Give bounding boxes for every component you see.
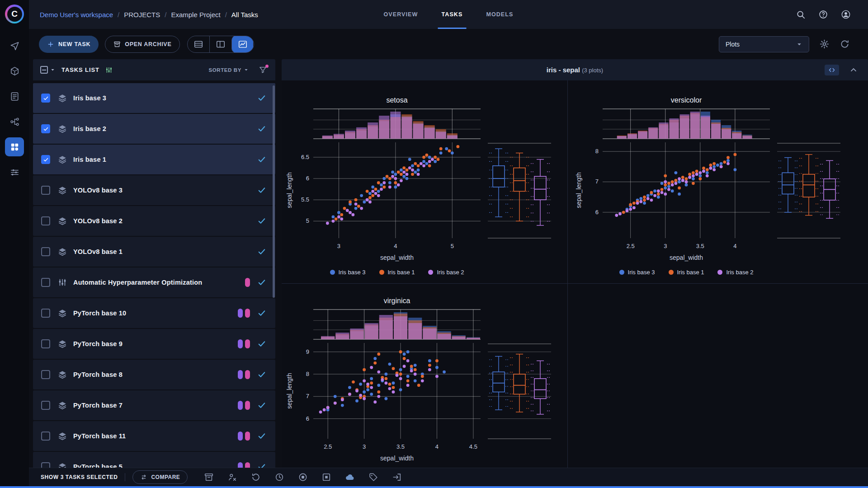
- task-checkbox[interactable]: [41, 462, 50, 468]
- task-checkbox[interactable]: [41, 155, 50, 164]
- reset-icon[interactable]: [251, 472, 261, 482]
- task-row[interactable]: YOLOv8 base 3: [33, 175, 275, 205]
- tasks-scrollbar[interactable]: [273, 85, 275, 298]
- dequeue-icon[interactable]: [227, 472, 237, 482]
- tab-overview[interactable]: OVERVIEW: [384, 0, 418, 29]
- legend-item[interactable]: Iris base 1: [379, 269, 415, 276]
- sidebar-item-projects[interactable]: [5, 36, 24, 55]
- task-row[interactable]: YOLOv8 base 1: [33, 237, 275, 267]
- embed-code-button[interactable]: [825, 65, 839, 75]
- user-avatar[interactable]: [841, 9, 851, 19]
- task-name: PyTorch base 11: [73, 432, 126, 440]
- status-completed-icon: [257, 401, 266, 410]
- task-name: Iris base 1: [73, 156, 106, 163]
- task-type-icon: [57, 185, 67, 195]
- tag-icon[interactable]: [368, 472, 378, 482]
- plot-virginica[interactable]: 2.533.544.56789virginicasepal_widthsepal…: [284, 296, 556, 468]
- task-row[interactable]: YOLOv8 base 2: [33, 206, 275, 236]
- task-checkbox[interactable]: [41, 432, 50, 441]
- tab-models[interactable]: MODELS: [486, 0, 513, 29]
- select-all-box: [40, 66, 48, 74]
- tag-pill-magenta: [245, 309, 250, 318]
- task-checkbox[interactable]: [41, 309, 50, 318]
- sidebar-item-datasets[interactable]: [5, 61, 24, 80]
- breadcrumb-separator: /: [165, 11, 166, 19]
- legend-item[interactable]: Iris base 1: [669, 269, 704, 276]
- task-row[interactable]: PyTorch base 11: [33, 421, 275, 451]
- new-task-button[interactable]: NEW TASK: [39, 36, 99, 53]
- breadcrumb-item[interactable]: All Tasks: [231, 11, 258, 19]
- task-checkbox[interactable]: [41, 278, 50, 287]
- auto-refresh-icon[interactable]: [840, 39, 850, 49]
- metric-view-dropdown[interactable]: Plots: [719, 36, 809, 52]
- collapse-panel-icon[interactable]: [849, 66, 858, 75]
- task-checkbox[interactable]: [41, 124, 50, 133]
- compare-label: COMPARE: [151, 474, 180, 480]
- task-checkbox[interactable]: [41, 247, 50, 256]
- artifact-icon[interactable]: [321, 472, 331, 482]
- sidebar-item-reports[interactable]: [5, 87, 24, 106]
- help-icon[interactable]: [818, 9, 828, 19]
- task-checkbox[interactable]: [41, 339, 50, 348]
- breadcrumb-item[interactable]: Demo User's workspace: [40, 11, 113, 19]
- task-row[interactable]: PyTorch base 5: [33, 452, 275, 468]
- task-name: PyTorch base 8: [73, 371, 123, 378]
- task-row[interactable]: PyTorch base 9: [33, 329, 275, 359]
- clearml-logo[interactable]: C: [5, 5, 24, 23]
- settings-gear-icon[interactable]: [819, 39, 830, 49]
- tag-pill-magenta: [245, 370, 250, 379]
- split-view-button[interactable]: [209, 36, 231, 53]
- task-row[interactable]: Iris base 2: [33, 114, 275, 144]
- task-checkbox[interactable]: [41, 401, 50, 410]
- history-icon[interactable]: [274, 472, 284, 482]
- compare-button[interactable]: COMPARE: [132, 470, 188, 484]
- chart-view-button[interactable]: [231, 36, 253, 53]
- task-checkbox[interactable]: [41, 94, 50, 103]
- optimization-task-icon: [57, 277, 67, 287]
- plot-setosa[interactable]: 34555.566.5setosasepal_widthsepal_length…: [284, 95, 556, 276]
- table-view-button[interactable]: [188, 36, 209, 53]
- task-checkbox[interactable]: [41, 370, 50, 379]
- legend-item[interactable]: Iris base 3: [330, 269, 366, 276]
- task-row[interactable]: Automatic Hyperparameter Optimization: [33, 267, 275, 297]
- legend-item[interactable]: Iris base 2: [717, 269, 753, 276]
- abort-icon[interactable]: [298, 472, 308, 482]
- task-row[interactable]: PyTorch base 7: [33, 390, 275, 420]
- tag-pill-magenta: [245, 339, 250, 348]
- task-row[interactable]: Iris base 1: [33, 145, 275, 174]
- pipelines-icon: [9, 117, 20, 127]
- task-row[interactable]: Iris base 3: [33, 83, 275, 113]
- toolbar: NEW TASK OPEN ARCHIVE Plots: [29, 29, 868, 59]
- archive-icon[interactable]: [204, 472, 214, 482]
- breadcrumb-item[interactable]: Example Project: [171, 11, 220, 19]
- bottom-accent-bar: [0, 486, 868, 488]
- task-checkbox[interactable]: [41, 216, 50, 225]
- status-completed-icon: [257, 247, 266, 256]
- sorted-by-dropdown[interactable]: SORTED BY: [209, 66, 250, 73]
- task-type-icon: [57, 124, 67, 134]
- sidebar-item-pipelines[interactable]: [5, 112, 24, 131]
- sidebar-nav: [5, 36, 24, 188]
- open-archive-button[interactable]: OPEN ARCHIVE: [105, 36, 180, 53]
- status-completed-icon: [257, 278, 266, 287]
- search-icon[interactable]: [796, 9, 806, 19]
- move-to-project-icon[interactable]: [392, 472, 402, 482]
- cloud-upload-icon[interactable]: [345, 472, 355, 482]
- tab-tasks[interactable]: TASKS: [441, 0, 462, 29]
- breadcrumb-item[interactable]: PROJECTS: [124, 11, 160, 19]
- legend-item[interactable]: Iris base 2: [428, 269, 464, 276]
- task-checkbox[interactable]: [41, 186, 50, 195]
- chevron-down-icon: [49, 66, 56, 73]
- sidebar-item-workers-queues[interactable]: [5, 163, 24, 182]
- svg-text:sepal_length: sepal_length: [286, 373, 293, 408]
- task-row[interactable]: PyTorch base 8: [33, 360, 275, 389]
- task-row[interactable]: PyTorch base 10: [33, 298, 275, 328]
- plot-versicolor[interactable]: 2.533.54678versicolorsepal_widthsepal_le…: [574, 95, 845, 276]
- customize-columns-icon[interactable]: [105, 66, 113, 74]
- status-completed-icon: [257, 124, 266, 133]
- legend-item[interactable]: Iris base 3: [619, 269, 655, 276]
- select-all-checkbox[interactable]: [40, 66, 56, 74]
- filter-funnel-icon[interactable]: [259, 66, 267, 74]
- sidebar-item-applications[interactable]: [5, 137, 24, 156]
- svg-text:6: 6: [306, 415, 309, 422]
